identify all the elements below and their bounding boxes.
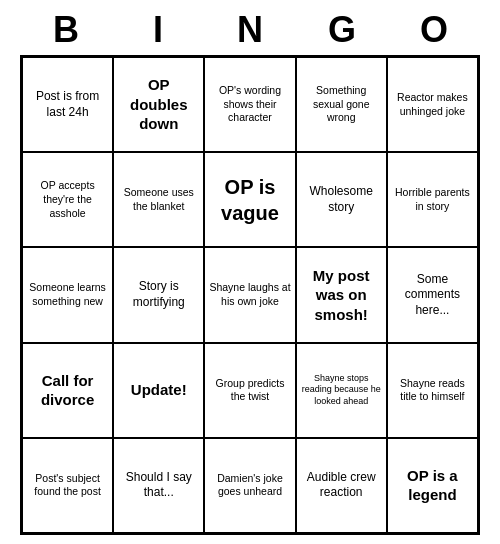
bingo-cell-4[interactable]: Reactor makes unhinged joke	[387, 57, 478, 152]
bingo-cell-21[interactable]: Should I say that...	[113, 438, 204, 533]
bingo-cell-0[interactable]: Post is from last 24h	[22, 57, 113, 152]
letter-i: I	[114, 9, 202, 51]
letter-g: G	[298, 9, 386, 51]
bingo-cell-1[interactable]: OP doubles down	[113, 57, 204, 152]
bingo-cell-15[interactable]: Call for divorce	[22, 343, 113, 438]
bingo-cell-16[interactable]: Update!	[113, 343, 204, 438]
bingo-cell-10[interactable]: Someone learns something new	[22, 247, 113, 342]
bingo-cell-22[interactable]: Damien's joke goes unheard	[204, 438, 295, 533]
bingo-cell-9[interactable]: Horrible parents in story	[387, 152, 478, 247]
bingo-cell-6[interactable]: Someone uses the blanket	[113, 152, 204, 247]
bingo-cell-18[interactable]: Shayne stops reading because he looked a…	[296, 343, 387, 438]
letter-b: B	[22, 9, 110, 51]
bingo-cell-8[interactable]: Wholesome story	[296, 152, 387, 247]
letter-o: O	[390, 9, 478, 51]
bingo-cell-11[interactable]: Story is mortifying	[113, 247, 204, 342]
bingo-cell-7[interactable]: OP is vague	[204, 152, 295, 247]
bingo-cell-24[interactable]: OP is a legend	[387, 438, 478, 533]
letter-n: N	[206, 9, 294, 51]
bingo-cell-5[interactable]: OP accepts they're the asshole	[22, 152, 113, 247]
bingo-cell-13[interactable]: My post was on smosh!	[296, 247, 387, 342]
bingo-cell-20[interactable]: Post's subject found the post	[22, 438, 113, 533]
bingo-title: B I N G O	[20, 9, 480, 51]
bingo-cell-3[interactable]: Something sexual gone wrong	[296, 57, 387, 152]
bingo-cell-23[interactable]: Audible crew reaction	[296, 438, 387, 533]
bingo-cell-19[interactable]: Shayne reads title to himself	[387, 343, 478, 438]
bingo-cell-14[interactable]: Some comments here...	[387, 247, 478, 342]
bingo-grid: Post is from last 24hOP doubles downOP's…	[20, 55, 480, 535]
bingo-cell-12[interactable]: Shayne laughs at his own joke	[204, 247, 295, 342]
bingo-cell-2[interactable]: OP's wording shows their character	[204, 57, 295, 152]
bingo-cell-17[interactable]: Group predicts the twist	[204, 343, 295, 438]
